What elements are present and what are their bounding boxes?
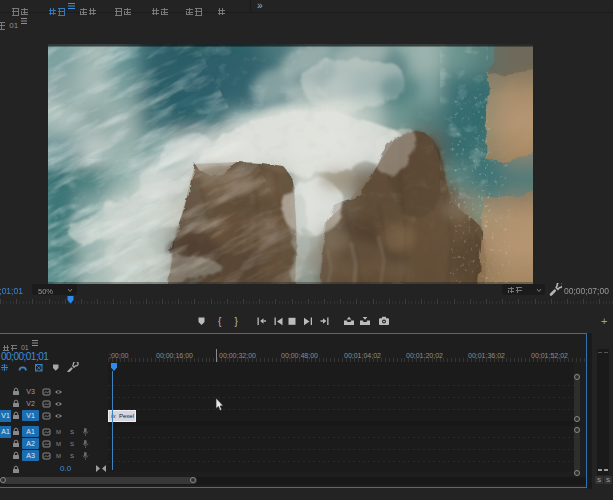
svg-text:}: } (235, 316, 239, 327)
svg-text:{: { (218, 316, 222, 327)
